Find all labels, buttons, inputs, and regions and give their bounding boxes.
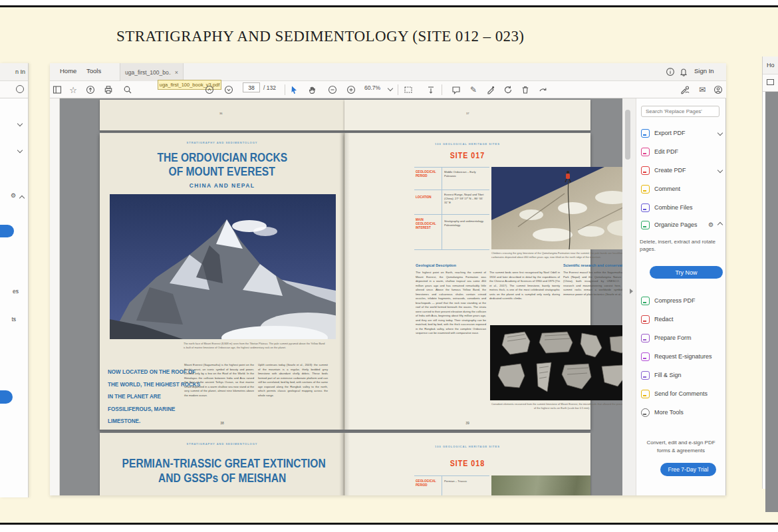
tab-home[interactable]: Home <box>60 67 76 74</box>
email-envelope-icon[interactable]: ✉ <box>697 84 708 95</box>
rotate-icon[interactable] <box>503 84 513 95</box>
left-strip-sign-in-fragment[interactable]: n In <box>15 68 25 75</box>
table-border <box>414 249 489 250</box>
sidebar-item-redact[interactable]: Redact <box>641 313 722 326</box>
request-esignatures-icon <box>641 352 650 361</box>
sidebar-item-send-for-comments[interactable]: Send for Comments <box>641 387 722 400</box>
favorites-star-icon[interactable]: ☆ <box>68 84 78 95</box>
page-panel-icon[interactable] <box>767 79 774 85</box>
right-strip-document-area <box>765 92 778 512</box>
chevron-down-icon[interactable] <box>717 130 723 136</box>
everest-photo <box>110 194 336 339</box>
comment-icon[interactable] <box>451 84 461 95</box>
sidebar-item-edit-pdf[interactable]: Edit PDF <box>641 145 722 158</box>
try-now-button[interactable]: Try Now <box>650 266 723 279</box>
tab-document[interactable]: uga_first_100_bo... × <box>120 63 184 81</box>
frame-bottom-border <box>0 523 778 525</box>
scrollbar-thumb[interactable] <box>625 110 630 160</box>
delete-trash-icon[interactable] <box>520 84 531 95</box>
account-icon[interactable] <box>16 85 24 93</box>
notifications-icon[interactable] <box>678 66 689 77</box>
zoom-out-icon[interactable] <box>327 84 338 95</box>
climber-photo <box>491 167 622 249</box>
section-column: The highest point on Earth, reaching the… <box>416 271 486 336</box>
sidebar-item-request-esignatures[interactable]: Request E-signatures <box>641 350 722 363</box>
book-left-page: STRATIGRAPHY AND SEDIMENTOLOGY THE ORDOV… <box>100 133 344 430</box>
zoom-level-label[interactable]: 60.7% <box>364 84 380 91</box>
try-now-button-fragment[interactable] <box>0 225 14 237</box>
create-pdf-icon <box>641 166 650 175</box>
chevron-down-icon[interactable] <box>17 121 23 126</box>
chevron-down-icon[interactable] <box>17 148 23 153</box>
next-page-icon[interactable] <box>223 84 234 95</box>
page-number-input[interactable]: 38 <box>243 82 260 92</box>
sidebar-item-comment[interactable]: Comment <box>641 182 722 196</box>
left-strip-toolbar <box>0 81 28 98</box>
undo-icon[interactable] <box>537 84 548 95</box>
previous-page-icon[interactable] <box>204 84 215 95</box>
redact-icon <box>641 315 650 324</box>
free-trial-button[interactable]: Free 7-Day Trial <box>660 463 716 476</box>
home-tab-fragment[interactable]: Ho <box>767 62 775 68</box>
sidebar-item-organize-pages[interactable]: Organize Pages ⚙ <box>641 218 722 231</box>
page-scrolling-icon[interactable] <box>426 84 436 95</box>
tab-tools[interactable]: Tools <box>86 67 101 74</box>
marquee-zoom-icon[interactable] <box>403 84 414 95</box>
request-signature-icon[interactable] <box>680 84 690 95</box>
chevron-up-icon[interactable] <box>19 196 25 201</box>
sidebar-item-export-pdf[interactable]: Export PDF <box>641 126 722 140</box>
edit-pdf-icon <box>641 148 650 156</box>
sidebar-label-fragment[interactable]: ts <box>11 316 16 323</box>
table-row-value: Stratigraphy and sedimentology. Paleonto… <box>444 219 487 227</box>
table-row-value: Permian – Triassic <box>444 479 487 483</box>
gear-icon[interactable]: ⚙ <box>11 192 16 199</box>
page-thumbnails-icon[interactable] <box>52 84 63 95</box>
right-strip-tabbar: Ho <box>763 57 778 74</box>
close-icon[interactable]: × <box>175 69 178 76</box>
prev-spread-left-page: 36 <box>100 100 344 130</box>
sidebar-label-fragment[interactable]: es <box>13 288 19 295</box>
spread-separator <box>100 130 590 132</box>
pencil-icon[interactable]: ✎ <box>468 84 479 95</box>
fill-sign-icon <box>641 371 650 380</box>
gear-icon[interactable]: ⚙ <box>708 221 713 228</box>
figure-title: STRATIGRAPHY AND SEDIMENTOLOGY (SITE 012… <box>116 28 524 45</box>
account-circle-icon[interactable] <box>713 84 723 95</box>
sign-in-link[interactable]: Sign In <box>694 67 714 74</box>
search-icon[interactable] <box>122 84 133 95</box>
tools-search-input[interactable] <box>641 106 719 117</box>
sidebar-item-prepare-form[interactable]: Prepare Form <box>641 331 722 344</box>
print-icon[interactable] <box>103 84 114 95</box>
page-number: 39 <box>344 421 590 425</box>
share-upload-icon[interactable] <box>85 84 96 95</box>
document-view-area: 36 37 STRATIGRAPHY AND SEDIMENTOLOGY THE… <box>60 98 622 495</box>
sidebar-item-more-tools[interactable]: More Tools <box>641 406 722 419</box>
table-border <box>414 214 489 215</box>
next-spread-right-page: 100 GEOLOGICAL HERITAGE SITES SITE 018 G… <box>344 433 590 495</box>
panel-collapse-arrow-icon[interactable] <box>630 289 633 294</box>
sidebar-item-combine-files[interactable]: Combine Files <box>641 201 722 214</box>
article-subtitle: CHINA AND NEPAL <box>100 182 344 189</box>
chevron-up-icon[interactable] <box>717 222 723 227</box>
zoom-in-icon[interactable] <box>346 84 356 95</box>
sidebar-item-compress-pdf[interactable]: Compress PDF <box>641 294 722 307</box>
thumbnail-panel-collapsed[interactable] <box>50 98 60 495</box>
page-number: 36 <box>219 112 222 115</box>
info-icon[interactable] <box>665 66 676 77</box>
more-tools-icon <box>641 408 650 417</box>
running-header: 100 GEOLOGICAL HERITAGE SITES <box>344 445 590 448</box>
left-strip-tabbar: n In <box>0 63 28 81</box>
section-column: The summit beds were first recognised by… <box>489 271 560 301</box>
trial-button-fragment[interactable] <box>0 390 13 404</box>
sign-pen-icon[interactable] <box>485 84 496 95</box>
sidebar-item-create-pdf[interactable]: Create PDF <box>641 164 722 177</box>
spread-center-seam <box>339 433 350 495</box>
section-column: The Everest massif lies within the Sagar… <box>563 271 622 297</box>
prev-spread-right-page: 37 <box>344 100 590 130</box>
section-heading: Geological Description <box>416 263 489 267</box>
chevron-down-icon[interactable] <box>717 168 723 173</box>
hand-tool-icon[interactable] <box>307 84 318 95</box>
sidebar-item-fill-sign[interactable]: Fill & Sign <box>641 368 722 382</box>
prepare-form-icon <box>641 334 650 342</box>
select-cursor-icon[interactable] <box>289 84 299 95</box>
